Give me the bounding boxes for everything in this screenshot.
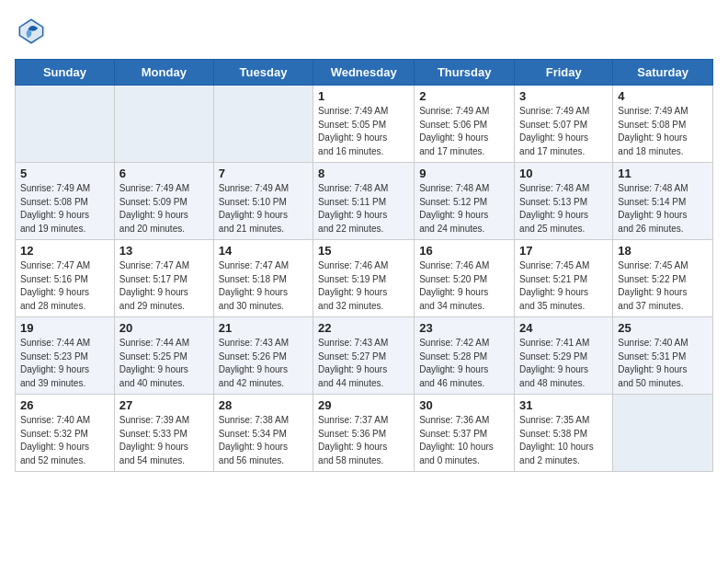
day-detail: Sunrise: 7:49 AM Sunset: 5:06 PM Dayligh…: [419, 105, 509, 158]
calendar-cell: [114, 86, 213, 163]
calendar-week-row: 1Sunrise: 7:49 AM Sunset: 5:05 PM Daylig…: [16, 86, 713, 163]
calendar-cell: 17Sunrise: 7:45 AM Sunset: 5:21 PM Dayli…: [515, 240, 613, 317]
day-of-week-header: Friday: [515, 60, 613, 86]
calendar-cell: 29Sunrise: 7:37 AM Sunset: 5:36 PM Dayli…: [313, 395, 415, 472]
day-detail: Sunrise: 7:38 AM Sunset: 5:34 PM Dayligh…: [219, 414, 308, 467]
day-number: 31: [519, 398, 608, 412]
day-number: 8: [318, 167, 409, 180]
day-number: 30: [419, 398, 509, 412]
calendar-cell: 20Sunrise: 7:44 AM Sunset: 5:25 PM Dayli…: [114, 317, 213, 395]
day-number: 14: [219, 244, 308, 258]
day-number: 5: [20, 167, 109, 180]
calendar-week-row: 19Sunrise: 7:44 AM Sunset: 5:23 PM Dayli…: [16, 317, 713, 395]
day-number: 27: [119, 398, 209, 412]
day-number: 17: [519, 244, 608, 258]
calendar-cell: 22Sunrise: 7:43 AM Sunset: 5:27 PM Dayli…: [313, 317, 415, 395]
day-number: 29: [318, 398, 409, 412]
day-number: 13: [119, 244, 209, 258]
day-detail: Sunrise: 7:40 AM Sunset: 5:31 PM Dayligh…: [618, 337, 708, 390]
calendar-cell: 30Sunrise: 7:36 AM Sunset: 5:37 PM Dayli…: [415, 395, 515, 472]
day-number: 25: [618, 321, 708, 335]
day-number: 23: [419, 321, 509, 335]
day-detail: Sunrise: 7:49 AM Sunset: 5:09 PM Dayligh…: [119, 182, 209, 236]
day-number: 2: [419, 89, 509, 103]
calendar-cell: 8Sunrise: 7:48 AM Sunset: 5:11 PM Daylig…: [313, 163, 415, 240]
day-detail: Sunrise: 7:49 AM Sunset: 5:08 PM Dayligh…: [618, 105, 708, 158]
calendar-cell: 21Sunrise: 7:43 AM Sunset: 5:26 PM Dayli…: [213, 317, 313, 395]
day-number: 18: [618, 244, 708, 258]
logo-icon: [15, 15, 48, 48]
day-number: 20: [119, 321, 209, 335]
day-number: 7: [219, 167, 308, 180]
day-number: 16: [419, 244, 509, 258]
calendar-cell: 6Sunrise: 7:49 AM Sunset: 5:09 PM Daylig…: [114, 163, 213, 240]
calendar-cell: 1Sunrise: 7:49 AM Sunset: 5:05 PM Daylig…: [313, 86, 415, 163]
day-detail: Sunrise: 7:37 AM Sunset: 5:36 PM Dayligh…: [318, 414, 409, 467]
day-number: 28: [219, 398, 308, 412]
day-detail: Sunrise: 7:40 AM Sunset: 5:32 PM Dayligh…: [20, 414, 109, 467]
calendar-cell: 7Sunrise: 7:49 AM Sunset: 5:10 PM Daylig…: [213, 163, 313, 240]
calendar-cell: 31Sunrise: 7:35 AM Sunset: 5:38 PM Dayli…: [515, 395, 613, 472]
day-number: 26: [20, 398, 109, 412]
day-detail: Sunrise: 7:44 AM Sunset: 5:23 PM Dayligh…: [20, 337, 109, 390]
logo: [15, 15, 51, 48]
day-detail: Sunrise: 7:48 AM Sunset: 5:13 PM Dayligh…: [519, 182, 608, 236]
page-header: [15, 15, 713, 48]
day-detail: Sunrise: 7:41 AM Sunset: 5:29 PM Dayligh…: [519, 337, 608, 390]
calendar-cell: 5Sunrise: 7:49 AM Sunset: 5:08 PM Daylig…: [16, 163, 115, 240]
calendar-week-row: 12Sunrise: 7:47 AM Sunset: 5:16 PM Dayli…: [16, 240, 713, 317]
day-detail: Sunrise: 7:42 AM Sunset: 5:28 PM Dayligh…: [419, 337, 509, 390]
day-detail: Sunrise: 7:46 AM Sunset: 5:20 PM Dayligh…: [419, 259, 509, 313]
day-detail: Sunrise: 7:43 AM Sunset: 5:27 PM Dayligh…: [318, 337, 409, 390]
day-detail: Sunrise: 7:49 AM Sunset: 5:05 PM Dayligh…: [318, 105, 409, 158]
day-detail: Sunrise: 7:45 AM Sunset: 5:22 PM Dayligh…: [618, 259, 708, 313]
day-detail: Sunrise: 7:39 AM Sunset: 5:33 PM Dayligh…: [119, 414, 209, 467]
day-detail: Sunrise: 7:44 AM Sunset: 5:25 PM Dayligh…: [119, 337, 209, 390]
calendar-header-row: SundayMondayTuesdayWednesdayThursdayFrid…: [16, 60, 713, 86]
day-detail: Sunrise: 7:48 AM Sunset: 5:11 PM Dayligh…: [318, 182, 409, 236]
day-detail: Sunrise: 7:48 AM Sunset: 5:14 PM Dayligh…: [618, 182, 708, 236]
day-of-week-header: Saturday: [613, 60, 713, 86]
calendar-cell: 4Sunrise: 7:49 AM Sunset: 5:08 PM Daylig…: [613, 86, 713, 163]
calendar-week-row: 5Sunrise: 7:49 AM Sunset: 5:08 PM Daylig…: [16, 163, 713, 240]
calendar-cell: [16, 86, 115, 163]
day-detail: Sunrise: 7:47 AM Sunset: 5:18 PM Dayligh…: [219, 259, 308, 313]
day-number: 19: [20, 321, 109, 335]
calendar-cell: 15Sunrise: 7:46 AM Sunset: 5:19 PM Dayli…: [313, 240, 415, 317]
calendar-cell: 25Sunrise: 7:40 AM Sunset: 5:31 PM Dayli…: [613, 317, 713, 395]
day-number: 9: [419, 167, 509, 180]
day-detail: Sunrise: 7:47 AM Sunset: 5:16 PM Dayligh…: [20, 259, 109, 313]
day-number: 11: [618, 167, 708, 180]
day-detail: Sunrise: 7:49 AM Sunset: 5:08 PM Dayligh…: [20, 182, 109, 236]
calendar-cell: 3Sunrise: 7:49 AM Sunset: 5:07 PM Daylig…: [515, 86, 613, 163]
calendar-cell: 19Sunrise: 7:44 AM Sunset: 5:23 PM Dayli…: [16, 317, 115, 395]
day-number: 1: [318, 89, 409, 103]
calendar-cell: 9Sunrise: 7:48 AM Sunset: 5:12 PM Daylig…: [415, 163, 515, 240]
calendar-cell: 2Sunrise: 7:49 AM Sunset: 5:06 PM Daylig…: [415, 86, 515, 163]
day-number: 22: [318, 321, 409, 335]
day-detail: Sunrise: 7:46 AM Sunset: 5:19 PM Dayligh…: [318, 259, 409, 313]
calendar-cell: [613, 395, 713, 472]
day-detail: Sunrise: 7:35 AM Sunset: 5:38 PM Dayligh…: [519, 414, 608, 467]
calendar-table: SundayMondayTuesdayWednesdayThursdayFrid…: [15, 59, 713, 472]
day-number: 21: [219, 321, 308, 335]
calendar-cell: 26Sunrise: 7:40 AM Sunset: 5:32 PM Dayli…: [16, 395, 115, 472]
calendar-cell: 12Sunrise: 7:47 AM Sunset: 5:16 PM Dayli…: [16, 240, 115, 317]
day-number: 10: [519, 167, 608, 180]
day-detail: Sunrise: 7:49 AM Sunset: 5:10 PM Dayligh…: [219, 182, 308, 236]
calendar-cell: 14Sunrise: 7:47 AM Sunset: 5:18 PM Dayli…: [213, 240, 313, 317]
calendar-cell: 10Sunrise: 7:48 AM Sunset: 5:13 PM Dayli…: [515, 163, 613, 240]
day-detail: Sunrise: 7:47 AM Sunset: 5:17 PM Dayligh…: [119, 259, 209, 313]
day-number: 24: [519, 321, 608, 335]
calendar-week-row: 26Sunrise: 7:40 AM Sunset: 5:32 PM Dayli…: [16, 395, 713, 472]
day-detail: Sunrise: 7:49 AM Sunset: 5:07 PM Dayligh…: [519, 105, 608, 158]
day-detail: Sunrise: 7:43 AM Sunset: 5:26 PM Dayligh…: [219, 337, 308, 390]
day-detail: Sunrise: 7:45 AM Sunset: 5:21 PM Dayligh…: [519, 259, 608, 313]
day-number: 3: [519, 89, 608, 103]
calendar-cell: 24Sunrise: 7:41 AM Sunset: 5:29 PM Dayli…: [515, 317, 613, 395]
day-of-week-header: Sunday: [16, 60, 115, 86]
day-number: 12: [20, 244, 109, 258]
calendar-cell: [213, 86, 313, 163]
day-of-week-header: Tuesday: [213, 60, 313, 86]
day-of-week-header: Thursday: [415, 60, 515, 86]
